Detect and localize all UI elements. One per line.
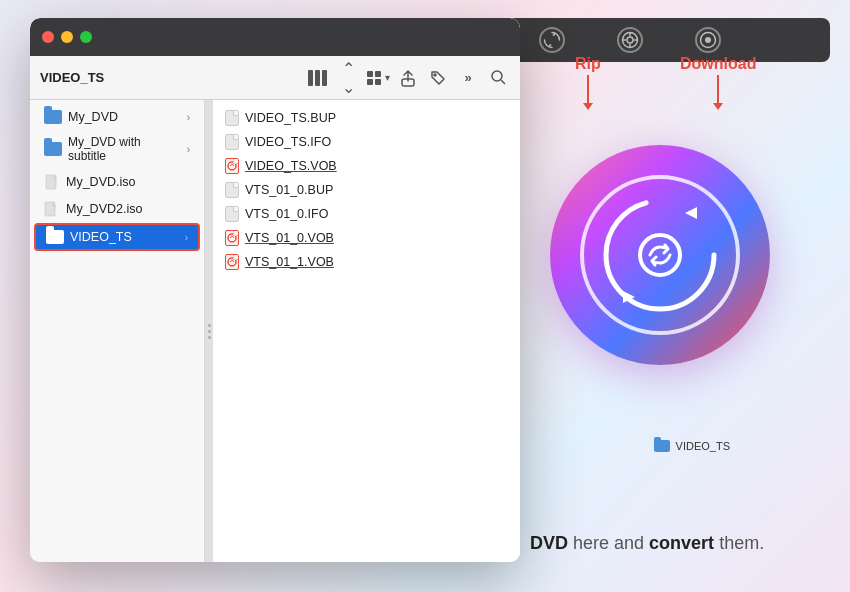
svg-point-1 [627,37,633,43]
sidebar-item-video-ts[interactable]: VIDEO_TS › [34,223,200,251]
svg-point-5 [640,235,680,275]
chevron-icon: › [187,112,190,123]
file-row-vts-ifo[interactable]: VTS_01_0.IFO [213,202,520,226]
app-logo [550,145,770,365]
tag-icon[interactable] [426,66,450,90]
sidebar-item-my-dvd-subtitle[interactable]: My_DVD with subtitle › [34,130,200,168]
svg-rect-10 [375,71,381,77]
download-arrow [713,75,723,110]
videots-promo-folder-icon [654,440,670,452]
promo-middle-text: here and [573,533,649,553]
file-label-bup: VIDEO_TS.BUP [245,111,336,125]
svg-rect-18 [45,202,55,216]
sidebar-label-my-dvd: My_DVD [68,110,118,124]
rip-arrow [583,75,593,110]
svg-rect-6 [308,70,313,86]
file-icon-vts-ifo [225,206,239,222]
file-icon-ifo [225,134,239,150]
mac-window: VIDEO_TS ⌃⌄ ▾ [30,18,520,562]
chevron-icon-selected: › [185,232,188,243]
videots-promo-label: VIDEO_TS [654,440,730,452]
rip-annotation: Rip [575,55,601,110]
chevron-up-down-icon[interactable]: ⌃⌄ [336,66,360,90]
svg-rect-17 [46,175,56,189]
share-icon[interactable] [396,66,420,90]
iso-file-icon [44,174,60,190]
sidebar-label-my-dvd-iso: My_DVD.iso [66,175,135,189]
folder-icon [44,110,62,124]
file-row-bup[interactable]: VIDEO_TS.BUP [213,106,520,130]
minimize-button[interactable] [61,31,73,43]
file-label-vts-1-vob: VTS_01_1.VOB [245,255,334,269]
traffic-lights [42,31,92,43]
column-view-icon[interactable] [306,66,330,90]
convert-icon[interactable] [539,27,565,53]
sidebar-item-my-dvd2-iso[interactable]: My_DVD2.iso [34,196,200,222]
download-icon[interactable] [695,27,721,53]
close-button[interactable] [42,31,54,43]
download-annotation: Download [680,55,756,110]
file-icon-vts-bup [225,182,239,198]
file-row-vts-0-vob[interactable]: VTS_01_0.VOB [213,226,520,250]
svg-line-16 [501,80,505,84]
promo-dvd-word: DVD [530,533,568,553]
file-row-vob-main[interactable]: VIDEO_TS.VOB [213,154,520,178]
rip-icon[interactable] [617,27,643,53]
file-label-ifo: VIDEO_TS.IFO [245,135,331,149]
sidebar-label-my-dvd-subtitle: My_DVD with subtitle [68,135,181,163]
file-icon-bup [225,110,239,126]
grid-view-icon[interactable]: ▾ [366,66,390,90]
file-icon-vts-1-vob [225,254,239,270]
download-label: Download [680,55,756,73]
toolbar-icons: ⌃⌄ ▾ [306,66,510,90]
file-label-vts-bup: VTS_01_0.BUP [245,183,333,197]
file-label-vts-ifo: VTS_01_0.IFO [245,207,328,221]
file-row-ifo[interactable]: VIDEO_TS.IFO [213,130,520,154]
svg-rect-8 [322,70,327,86]
sidebar: My_DVD › My_DVD with subtitle › My_DVD.i… [30,100,205,562]
title-bar [30,18,520,56]
file-label-vts-0-vob: VTS_01_0.VOB [245,231,334,245]
logo-arrows-svg [600,195,720,315]
resize-dots [208,324,211,339]
svg-rect-9 [367,71,373,77]
promo-bottom-text: DVD here and convert them. [530,533,830,554]
resize-handle[interactable] [205,100,213,562]
svg-rect-11 [367,79,373,85]
folder-icon-selected [46,230,64,244]
svg-point-4 [606,201,714,309]
window-title: VIDEO_TS [40,70,298,85]
content-area: My_DVD › My_DVD with subtitle › My_DVD.i… [30,100,520,562]
sidebar-item-my-dvd[interactable]: My_DVD › [34,105,200,129]
chevron-icon: › [187,144,190,155]
rip-label: Rip [575,55,601,73]
svg-rect-12 [375,79,381,85]
folder-icon [44,142,62,156]
toolbar: VIDEO_TS ⌃⌄ ▾ [30,56,520,100]
svg-rect-7 [315,70,320,86]
sidebar-label-video-ts: VIDEO_TS [70,230,132,244]
videots-promo-text: VIDEO_TS [676,440,730,452]
svg-point-21 [228,258,236,266]
file-list: VIDEO_TS.BUP VIDEO_TS.IFO VIDEO_TS.VOB [213,100,520,562]
file-row-vts-bup[interactable]: VTS_01_0.BUP [213,178,520,202]
svg-point-20 [228,234,236,242]
more-icon[interactable]: » [456,66,480,90]
promo-convert-word: convert [649,533,714,553]
logo-inner-ring [580,175,740,335]
sidebar-item-my-dvd-iso[interactable]: My_DVD.iso [34,169,200,195]
search-icon[interactable] [486,66,510,90]
file-icon-vob-main [225,158,239,174]
promo-end-text: them. [719,533,764,553]
svg-point-3 [705,37,711,43]
file-icon-vts-0-vob [225,230,239,246]
maximize-button[interactable] [80,31,92,43]
svg-point-19 [228,162,236,170]
sidebar-label-my-dvd2-iso: My_DVD2.iso [66,202,142,216]
svg-point-14 [434,74,436,76]
iso-file-icon-2 [44,201,60,217]
svg-point-15 [492,71,502,81]
file-row-vts-1-vob[interactable]: VTS_01_1.VOB [213,250,520,274]
file-label-vob-main: VIDEO_TS.VOB [245,159,337,173]
